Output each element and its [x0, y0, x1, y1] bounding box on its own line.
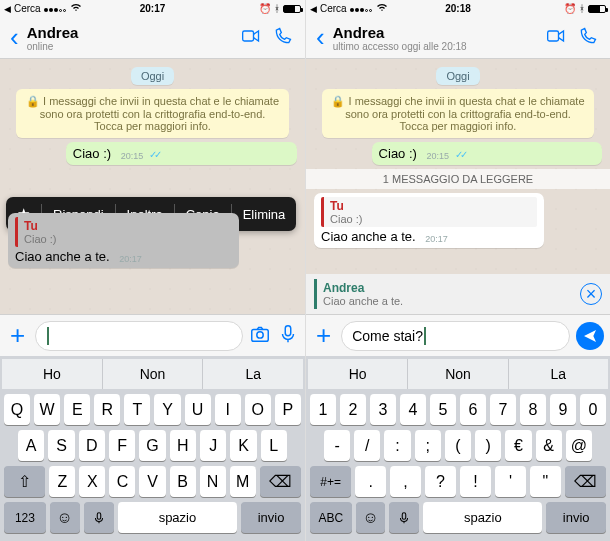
key-H[interactable]: H — [170, 430, 196, 461]
backspace-key[interactable]: ⌫ — [260, 466, 301, 497]
key-3[interactable]: 3 — [370, 394, 396, 425]
key-X[interactable]: X — [79, 466, 105, 497]
voice-call-button[interactable] — [572, 26, 604, 50]
return-key[interactable]: invio — [546, 502, 606, 533]
key-S[interactable]: S — [48, 430, 74, 461]
key-1[interactable]: 1 — [310, 394, 336, 425]
key-.[interactable]: . — [355, 466, 386, 497]
key-?[interactable]: ? — [425, 466, 456, 497]
key-J[interactable]: J — [200, 430, 226, 461]
key-5[interactable]: 5 — [430, 394, 456, 425]
key-Q[interactable]: Q — [4, 394, 30, 425]
back-to-app-icon[interactable]: ◀ — [310, 4, 317, 14]
key-G[interactable]: G — [139, 430, 165, 461]
backspace-key[interactable]: ⌫ — [565, 466, 606, 497]
camera-button[interactable] — [249, 323, 271, 349]
key-,[interactable]: , — [390, 466, 421, 497]
key-([interactable]: ( — [445, 430, 471, 461]
back-to-app-label[interactable]: Cerca — [320, 3, 347, 14]
key-@[interactable]: @ — [566, 430, 592, 461]
pred-1[interactable]: Ho — [2, 359, 102, 389]
key-U[interactable]: U — [185, 394, 211, 425]
key-0[interactable]: 0 — [580, 394, 606, 425]
pred-2[interactable]: Non — [102, 359, 203, 389]
key-E[interactable]: E — [64, 394, 90, 425]
key-D[interactable]: D — [79, 430, 105, 461]
key-'[interactable]: ' — [495, 466, 526, 497]
pred-3[interactable]: La — [202, 359, 303, 389]
chat-area[interactable]: Oggi 🔒 I messaggi che invii in questa ch… — [306, 59, 610, 274]
key-:[interactable]: : — [384, 430, 410, 461]
video-call-button[interactable] — [540, 26, 572, 50]
attach-button[interactable]: + — [6, 320, 29, 351]
key-W[interactable]: W — [34, 394, 60, 425]
numbers-key[interactable]: 123 — [4, 502, 46, 533]
key--[interactable]: - — [324, 430, 350, 461]
message-out[interactable]: Ciao :) 20:15 ✓✓ — [66, 142, 297, 165]
key-L[interactable]: L — [261, 430, 287, 461]
key-"[interactable]: " — [530, 466, 561, 497]
reply-preview-box[interactable]: Andrea Ciao anche a te. — [314, 279, 580, 309]
back-button[interactable]: ‹ — [6, 22, 23, 53]
header-title-area[interactable]: Andrea ultimo accesso oggi alle 20:18 — [329, 24, 540, 52]
encryption-notice[interactable]: 🔒 I messaggi che invii in questa chat e … — [322, 89, 594, 138]
space-key[interactable]: spazio — [118, 502, 238, 533]
key-9[interactable]: 9 — [550, 394, 576, 425]
send-button[interactable] — [576, 322, 604, 350]
message-input[interactable] — [35, 321, 243, 351]
pred-2[interactable]: Non — [407, 359, 507, 389]
message-in-selected[interactable]: Tu Ciao :) Ciao anche a te. 20:17 — [8, 213, 239, 268]
pred-1[interactable]: Ho — [308, 359, 407, 389]
return-key[interactable]: invio — [241, 502, 301, 533]
key-P[interactable]: P — [275, 394, 301, 425]
key-![interactable]: ! — [460, 466, 491, 497]
key-Y[interactable]: Y — [154, 394, 180, 425]
back-to-app-icon[interactable]: ◀ — [4, 4, 11, 14]
key-2[interactable]: 2 — [340, 394, 366, 425]
reply-preview-close[interactable]: × — [580, 283, 602, 305]
key-N[interactable]: N — [200, 466, 226, 497]
key-8[interactable]: 8 — [520, 394, 546, 425]
key-4[interactable]: 4 — [400, 394, 426, 425]
key-Z[interactable]: Z — [49, 466, 75, 497]
key-€[interactable]: € — [505, 430, 531, 461]
attach-button[interactable]: + — [312, 320, 335, 351]
message-input[interactable]: Come stai? — [341, 321, 570, 351]
space-key[interactable]: spazio — [423, 502, 542, 533]
header-title-area[interactable]: Andrea online — [23, 24, 235, 52]
key-6[interactable]: 6 — [460, 394, 486, 425]
key-T[interactable]: T — [124, 394, 150, 425]
key-)[interactable]: ) — [475, 430, 501, 461]
key-V[interactable]: V — [139, 466, 165, 497]
key-&[interactable]: & — [536, 430, 562, 461]
chat-area[interactable]: Oggi 🔒 I messaggi che invii in questa ch… — [0, 59, 305, 314]
key-7[interactable]: 7 — [490, 394, 516, 425]
dictation-key[interactable] — [389, 502, 419, 533]
mic-button[interactable] — [277, 323, 299, 349]
back-button[interactable]: ‹ — [312, 22, 329, 53]
dictation-key[interactable] — [84, 502, 114, 533]
key-B[interactable]: B — [170, 466, 196, 497]
video-call-button[interactable] — [235, 26, 267, 50]
key-A[interactable]: A — [18, 430, 44, 461]
ctx-delete[interactable]: Elimina — [232, 204, 297, 224]
symbols-key[interactable]: #+= — [310, 466, 351, 497]
abc-key[interactable]: ABC — [310, 502, 352, 533]
key-K[interactable]: K — [230, 430, 256, 461]
key-R[interactable]: R — [94, 394, 120, 425]
key-;[interactable]: ; — [415, 430, 441, 461]
key-O[interactable]: O — [245, 394, 271, 425]
emoji-key[interactable]: ☺ — [50, 502, 80, 533]
message-in[interactable]: Tu Ciao :) Ciao anche a te. 20:17 — [314, 193, 544, 248]
shift-key[interactable]: ⇧ — [4, 466, 45, 497]
back-to-app-label[interactable]: Cerca — [14, 3, 41, 14]
key-/[interactable]: / — [354, 430, 380, 461]
encryption-notice[interactable]: 🔒 I messaggi che invii in questa chat e … — [16, 89, 289, 138]
emoji-key[interactable]: ☺ — [356, 502, 386, 533]
key-F[interactable]: F — [109, 430, 135, 461]
key-C[interactable]: C — [109, 466, 135, 497]
message-out[interactable]: Ciao :) 20:15 ✓✓ — [372, 142, 602, 165]
voice-call-button[interactable] — [267, 26, 299, 50]
key-I[interactable]: I — [215, 394, 241, 425]
key-M[interactable]: M — [230, 466, 256, 497]
